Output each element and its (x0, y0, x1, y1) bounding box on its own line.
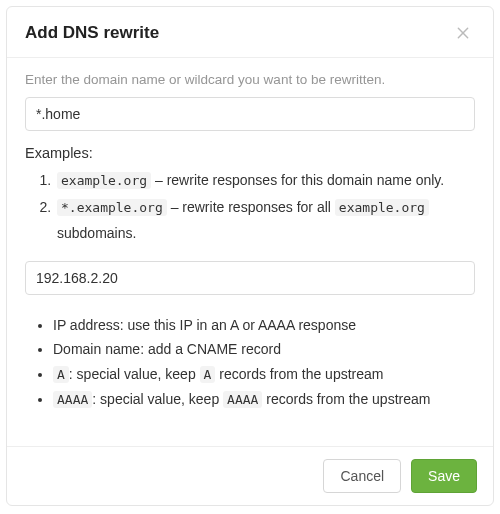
example-code: example.org (335, 199, 429, 216)
modal-title: Add DNS rewrite (25, 23, 159, 43)
note-text: Domain name: add a CNAME record (53, 341, 281, 357)
add-dns-rewrite-modal: Add DNS rewrite Enter the domain name or… (6, 6, 494, 506)
note-text: records from the upstream (262, 391, 430, 407)
example-item: *.example.org – rewrite responses for al… (55, 194, 475, 247)
note-text: : special value, keep (92, 391, 223, 407)
note-text: : special value, keep (69, 366, 200, 382)
example-text: subdomains. (57, 225, 136, 241)
note-code: A (200, 366, 216, 383)
modal-header: Add DNS rewrite (7, 7, 493, 58)
examples-list: example.org – rewrite responses for this… (25, 167, 475, 247)
note-item: IP address: use this IP in an A or AAAA … (53, 313, 475, 338)
example-code: *.example.org (57, 199, 167, 216)
cancel-button[interactable]: Cancel (323, 459, 401, 493)
modal-body: Enter the domain name or wildcard you wa… (7, 58, 493, 446)
note-code: AAAA (223, 391, 262, 408)
note-item: A: special value, keep A records from th… (53, 362, 475, 387)
note-code: AAAA (53, 391, 92, 408)
example-item: example.org – rewrite responses for this… (55, 167, 475, 194)
answer-input[interactable] (25, 261, 475, 295)
domain-hint: Enter the domain name or wildcard you wa… (25, 72, 475, 87)
example-text: – rewrite responses for all (167, 199, 335, 215)
notes-list: IP address: use this IP in an A or AAAA … (25, 313, 475, 412)
examples-label: Examples: (25, 145, 475, 161)
note-item: Domain name: add a CNAME record (53, 337, 475, 362)
example-text: – rewrite responses for this domain name… (151, 172, 444, 188)
close-button[interactable] (451, 21, 475, 45)
note-item: AAAA: special value, keep AAAA records f… (53, 387, 475, 412)
close-icon (455, 29, 471, 44)
example-code: example.org (57, 172, 151, 189)
note-text: IP address: use this IP in an A or AAAA … (53, 317, 356, 333)
note-text: records from the upstream (215, 366, 383, 382)
note-code: A (53, 366, 69, 383)
modal-footer: Cancel Save (7, 446, 493, 505)
domain-input[interactable] (25, 97, 475, 131)
save-button[interactable]: Save (411, 459, 477, 493)
